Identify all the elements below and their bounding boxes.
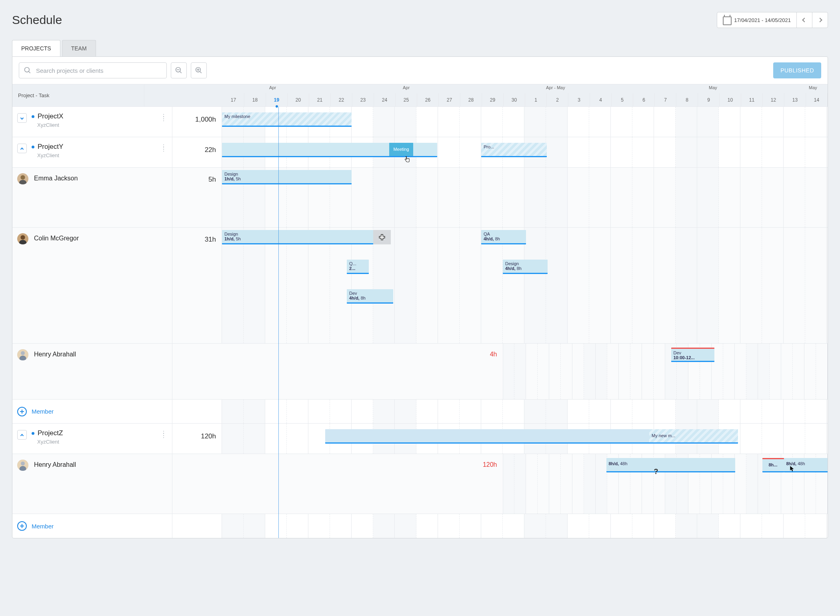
drag-handle-icon[interactable]: ⋮⋮ <box>160 143 167 150</box>
svg-point-13 <box>20 235 25 240</box>
schedule-panel: PUBLISHED Project - Task Project - Task … <box>12 56 828 538</box>
toggle-projectx[interactable] <box>17 113 27 123</box>
search-icon <box>24 66 32 74</box>
tab-team[interactable]: TEAM <box>62 40 96 56</box>
bar-title: Design <box>505 261 545 266</box>
day-head-25: 25 <box>396 93 417 107</box>
drag-handle-icon[interactable]: ⋮⋮ <box>160 112 167 120</box>
bar-henry2-2[interactable]: 8h... <box>762 458 784 472</box>
assigned-colin: 31h <box>172 228 222 343</box>
bar-title: Design <box>224 232 371 236</box>
day-head-9: 9 <box>698 93 720 107</box>
bar-label: Pro... <box>484 144 494 149</box>
day-head-11: 11 <box>741 93 763 107</box>
day-head-5: 5 <box>612 93 633 107</box>
plus-circle-icon <box>17 521 27 531</box>
date-next-button[interactable] <box>812 12 828 28</box>
month-label-apr-2: Apr <box>403 85 410 90</box>
day-head-27: 27 <box>439 93 460 107</box>
day-head-7: 7 <box>655 93 676 107</box>
project-client: XyzClient <box>37 152 63 158</box>
day-head-10: 10 <box>720 93 741 107</box>
chevron-up-icon <box>20 434 24 437</box>
row-henry-2: Henry Abrahall 120h 8h/d, 48h 8h... 8h/d… <box>12 454 828 514</box>
month-label-apr-1: Apr <box>269 85 276 90</box>
bar-colin-design[interactable]: Design 1h/d, 5h <box>222 230 373 244</box>
bar-colin-q[interactable]: Q... 2... <box>347 260 369 274</box>
bar-title: Dev <box>349 291 391 296</box>
bar-projectz-main[interactable] <box>325 429 650 444</box>
assigned-projecty: 22h <box>172 137 222 167</box>
project-client: XyzClient <box>37 439 63 445</box>
bar-title: Dev <box>674 350 712 355</box>
bar-label: My milestone <box>224 114 250 119</box>
avatar-henry <box>17 349 28 360</box>
add-task-slot[interactable] <box>373 230 391 244</box>
chevron-right-icon <box>818 18 822 22</box>
chevron-up-icon <box>20 147 24 150</box>
row-add-member-2: Member <box>12 514 828 538</box>
toggle-projectz[interactable] <box>17 430 27 440</box>
bar-milestone-projectx[interactable]: My milestone <box>222 112 352 127</box>
member-name: Henry Abrahall <box>34 460 76 468</box>
bar-sub: 5h <box>235 236 241 241</box>
zoom-in-button[interactable] <box>191 62 207 78</box>
project-dot <box>32 432 34 435</box>
day-head-28: 28 <box>460 93 482 107</box>
assigned-henry-1: 4h <box>172 344 503 399</box>
date-range-picker[interactable]: 17/04/2021 - 14/05/2021 <box>717 12 797 28</box>
drag-handle-icon[interactable]: ⋮⋮ <box>160 429 167 436</box>
day-head-17: 17 <box>223 93 244 107</box>
bar-henry2-1[interactable]: 8h/d, 48h <box>606 458 735 472</box>
day-head-26: 26 <box>417 93 439 107</box>
toggle-projecty[interactable] <box>17 144 27 153</box>
month-label-apr-may: Apr - May <box>546 85 565 90</box>
bar-colin-dev[interactable]: Dev 4h/d, 8h <box>347 289 393 304</box>
row-projectx: ProjectX XyzClient ⋮⋮ 1,000h My mileston… <box>12 107 828 137</box>
row-emma: Emma Jackson 5h Design 1h/d, 5h <box>12 168 828 228</box>
assigned-projectx: 1,000h <box>172 107 222 137</box>
add-member-button[interactable]: Member <box>17 407 54 416</box>
svg-point-10 <box>20 175 25 180</box>
project-client: XyzClient <box>37 122 63 128</box>
bar-colin-design2[interactable]: Design 4h/d, 8h <box>503 260 548 274</box>
page-title: Schedule <box>12 13 62 27</box>
svg-point-16 <box>21 351 25 355</box>
chevron-left-icon <box>802 18 806 22</box>
tab-projects[interactable]: PROJECTS <box>12 40 60 56</box>
bar-projecty-pro[interactable]: Pro... <box>481 143 547 157</box>
published-button[interactable]: PUBLISHED <box>773 62 821 78</box>
tabs: PROJECTS TEAM <box>12 40 828 56</box>
add-member-button[interactable]: Member <box>17 521 54 531</box>
col-head-project-task: Project - Task <box>12 84 144 106</box>
bar-colin-qa[interactable]: QA 4h/d, 8h <box>481 230 526 244</box>
month-label-may-2: May <box>809 85 817 90</box>
project-name: ProjectZ <box>38 429 63 437</box>
row-henry-1: Henry Abrahall 4h Dev 10:00-12... <box>12 344 828 400</box>
bar-sub-bold: 1h/d, <box>224 176 235 181</box>
avatar-emma <box>17 173 28 184</box>
bar-henry2-3[interactable]: 8h/d, 48h <box>784 458 828 472</box>
bar-sub: 2... <box>349 266 366 271</box>
day-head-21: 21 <box>309 93 331 107</box>
assigned-henry-2: 120h <box>172 454 503 514</box>
zoom-out-button[interactable] <box>171 62 187 78</box>
bar-emma-design[interactable]: Design 1h/d, 5h <box>222 170 352 184</box>
day-head-2: 2 <box>547 93 568 107</box>
plus-circle-icon <box>17 407 27 416</box>
add-member-label: Member <box>32 408 54 415</box>
member-name: Henry Abrahall <box>34 349 76 358</box>
date-prev-button[interactable] <box>796 12 812 28</box>
row-projecty: ProjectY XyzClient ⋮⋮ 22h Meeting Pro... <box>12 137 828 168</box>
bar-henry-dev[interactable]: Dev 10:00-12... <box>671 348 714 362</box>
avatar-henry-2 <box>17 460 28 471</box>
bar-sub-bold: 4h/d, <box>484 236 494 241</box>
svg-line-1 <box>29 72 30 73</box>
bar-projectz-mile[interactable]: My new m... <box>649 429 738 444</box>
svg-line-6 <box>200 72 202 73</box>
project-name: ProjectX <box>38 112 63 120</box>
bar-meeting[interactable]: Meeting <box>389 143 413 157</box>
search-input[interactable] <box>19 62 167 78</box>
project-dot <box>32 115 34 118</box>
bar-sub: 8h <box>516 266 522 271</box>
